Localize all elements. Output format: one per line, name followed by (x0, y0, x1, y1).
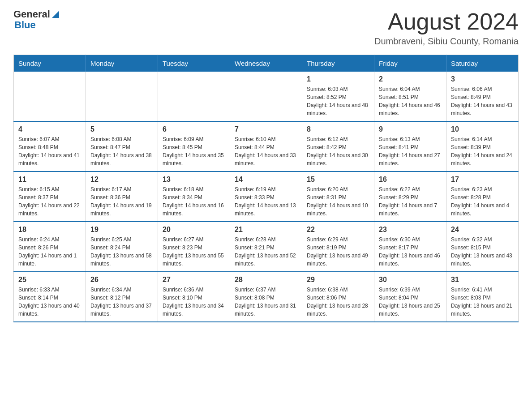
day-number: 6 (163, 125, 225, 133)
day-number: 10 (451, 125, 514, 133)
day-number: 27 (163, 276, 225, 284)
calendar-cell: 6Sunrise: 6:09 AM Sunset: 8:45 PM Daylig… (158, 121, 230, 171)
calendar-cell: 4Sunrise: 6:07 AM Sunset: 8:48 PM Daylig… (14, 121, 86, 171)
calendar-cell: 9Sunrise: 6:13 AM Sunset: 8:41 PM Daylig… (374, 121, 446, 171)
calendar-cell: 2Sunrise: 6:04 AM Sunset: 8:51 PM Daylig… (374, 72, 446, 121)
calendar-cell: 8Sunrise: 6:12 AM Sunset: 8:42 PM Daylig… (302, 121, 374, 171)
days-of-week-row: SundayMondayTuesdayWednesdayThursdayFrid… (14, 55, 519, 72)
calendar-cell: 31Sunrise: 6:41 AM Sunset: 8:03 PM Dayli… (446, 272, 519, 322)
calendar-cell: 22Sunrise: 6:29 AM Sunset: 8:19 PM Dayli… (302, 222, 374, 272)
day-number: 14 (235, 176, 297, 184)
calendar-cell: 5Sunrise: 6:08 AM Sunset: 8:47 PM Daylig… (86, 121, 158, 171)
day-info: Sunrise: 6:38 AM Sunset: 8:06 PM Dayligh… (307, 286, 369, 318)
day-number: 13 (163, 176, 225, 184)
calendar-week-row: 18Sunrise: 6:24 AM Sunset: 8:26 PM Dayli… (14, 222, 519, 272)
calendar-table: SundayMondayTuesdayWednesdayThursdayFrid… (13, 55, 519, 322)
calendar-cell: 24Sunrise: 6:32 AM Sunset: 8:15 PM Dayli… (446, 222, 519, 272)
logo-general-text: General (13, 9, 50, 20)
logo-triangle-icon (51, 10, 60, 19)
day-number: 25 (18, 276, 81, 284)
day-number: 17 (451, 176, 514, 184)
day-number: 12 (90, 176, 153, 184)
day-number: 18 (18, 226, 81, 234)
month-title: August 2024 (374, 9, 519, 34)
day-info: Sunrise: 6:34 AM Sunset: 8:12 PM Dayligh… (90, 286, 153, 318)
day-info: Sunrise: 6:14 AM Sunset: 8:39 PM Dayligh… (451, 135, 514, 167)
day-number: 30 (379, 276, 442, 284)
calendar-cell: 12Sunrise: 6:17 AM Sunset: 8:36 PM Dayli… (86, 171, 158, 222)
calendar-cell: 11Sunrise: 6:15 AM Sunset: 8:37 PM Dayli… (14, 171, 86, 222)
calendar-cell: 10Sunrise: 6:14 AM Sunset: 8:39 PM Dayli… (446, 121, 519, 171)
day-info: Sunrise: 6:28 AM Sunset: 8:21 PM Dayligh… (235, 235, 297, 268)
day-info: Sunrise: 6:39 AM Sunset: 8:04 PM Dayligh… (379, 286, 442, 318)
calendar-cell: 26Sunrise: 6:34 AM Sunset: 8:12 PM Dayli… (86, 272, 158, 322)
day-number: 9 (379, 125, 442, 133)
day-number: 5 (90, 125, 153, 133)
calendar-cell: 20Sunrise: 6:27 AM Sunset: 8:23 PM Dayli… (158, 222, 230, 272)
day-number: 3 (451, 75, 514, 83)
calendar-cell: 30Sunrise: 6:39 AM Sunset: 8:04 PM Dayli… (374, 272, 446, 322)
calendar-cell: 29Sunrise: 6:38 AM Sunset: 8:06 PM Dayli… (302, 272, 374, 322)
calendar-week-row: 4Sunrise: 6:07 AM Sunset: 8:48 PM Daylig… (14, 121, 519, 171)
day-info: Sunrise: 6:30 AM Sunset: 8:17 PM Dayligh… (379, 235, 442, 268)
svg-marker-0 (52, 11, 59, 18)
calendar-cell: 13Sunrise: 6:18 AM Sunset: 8:34 PM Dayli… (158, 171, 230, 222)
day-of-week-header: Tuesday (158, 55, 230, 72)
day-number: 28 (235, 276, 297, 284)
day-number: 8 (307, 125, 369, 133)
day-info: Sunrise: 6:33 AM Sunset: 8:14 PM Dayligh… (18, 286, 81, 318)
title-area: August 2024 Dumbraveni, Sibiu County, Ro… (374, 9, 519, 47)
day-number: 26 (90, 276, 153, 284)
calendar-cell: 16Sunrise: 6:22 AM Sunset: 8:29 PM Dayli… (374, 171, 446, 222)
day-number: 23 (379, 226, 442, 234)
calendar-cell: 21Sunrise: 6:28 AM Sunset: 8:21 PM Dayli… (230, 222, 302, 272)
calendar-cell: 28Sunrise: 6:37 AM Sunset: 8:08 PM Dayli… (230, 272, 302, 322)
day-info: Sunrise: 6:25 AM Sunset: 8:24 PM Dayligh… (90, 235, 153, 268)
day-info: Sunrise: 6:24 AM Sunset: 8:26 PM Dayligh… (18, 235, 81, 268)
day-info: Sunrise: 6:12 AM Sunset: 8:42 PM Dayligh… (307, 135, 369, 167)
calendar-cell (158, 72, 230, 121)
day-info: Sunrise: 6:20 AM Sunset: 8:31 PM Dayligh… (307, 185, 369, 218)
day-info: Sunrise: 6:18 AM Sunset: 8:34 PM Dayligh… (163, 185, 225, 218)
day-info: Sunrise: 6:22 AM Sunset: 8:29 PM Dayligh… (379, 185, 442, 218)
day-number: 11 (18, 176, 81, 184)
day-info: Sunrise: 6:13 AM Sunset: 8:41 PM Dayligh… (379, 135, 442, 167)
day-info: Sunrise: 6:07 AM Sunset: 8:48 PM Dayligh… (18, 135, 81, 167)
day-number: 21 (235, 226, 297, 234)
day-of-week-header: Monday (86, 55, 158, 72)
calendar-cell: 15Sunrise: 6:20 AM Sunset: 8:31 PM Dayli… (302, 171, 374, 222)
logo: General Blue (13, 9, 60, 30)
day-number: 20 (163, 226, 225, 234)
calendar-cell: 19Sunrise: 6:25 AM Sunset: 8:24 PM Dayli… (86, 222, 158, 272)
day-number: 31 (451, 276, 514, 284)
day-of-week-header: Wednesday (230, 55, 302, 72)
page-header: General Blue August 2024 Dumbraveni, Sib… (13, 9, 519, 47)
calendar-week-row: 25Sunrise: 6:33 AM Sunset: 8:14 PM Dayli… (14, 272, 519, 322)
day-number: 22 (307, 226, 369, 234)
day-info: Sunrise: 6:09 AM Sunset: 8:45 PM Dayligh… (163, 135, 225, 167)
day-info: Sunrise: 6:29 AM Sunset: 8:19 PM Dayligh… (307, 235, 369, 268)
day-number: 7 (235, 125, 297, 133)
logo-blue-text: Blue (14, 19, 36, 30)
calendar-cell: 7Sunrise: 6:10 AM Sunset: 8:44 PM Daylig… (230, 121, 302, 171)
day-number: 19 (90, 226, 153, 234)
calendar-cell (230, 72, 302, 121)
day-of-week-header: Friday (374, 55, 446, 72)
day-number: 16 (379, 176, 442, 184)
calendar-cell: 14Sunrise: 6:19 AM Sunset: 8:33 PM Dayli… (230, 171, 302, 222)
day-number: 24 (451, 226, 514, 234)
day-info: Sunrise: 6:15 AM Sunset: 8:37 PM Dayligh… (18, 185, 81, 218)
day-number: 2 (379, 75, 442, 83)
day-info: Sunrise: 6:19 AM Sunset: 8:33 PM Dayligh… (235, 185, 297, 218)
day-info: Sunrise: 6:06 AM Sunset: 8:49 PM Dayligh… (451, 85, 514, 117)
day-of-week-header: Thursday (302, 55, 374, 72)
day-info: Sunrise: 6:10 AM Sunset: 8:44 PM Dayligh… (235, 135, 297, 167)
day-info: Sunrise: 6:17 AM Sunset: 8:36 PM Dayligh… (90, 185, 153, 218)
day-number: 1 (307, 75, 369, 83)
day-info: Sunrise: 6:41 AM Sunset: 8:03 PM Dayligh… (451, 286, 514, 318)
day-number: 15 (307, 176, 369, 184)
day-of-week-header: Saturday (446, 55, 519, 72)
calendar-week-row: 1Sunrise: 6:03 AM Sunset: 8:52 PM Daylig… (14, 72, 519, 121)
calendar-cell: 27Sunrise: 6:36 AM Sunset: 8:10 PM Dayli… (158, 272, 230, 322)
calendar-cell: 17Sunrise: 6:23 AM Sunset: 8:28 PM Dayli… (446, 171, 519, 222)
